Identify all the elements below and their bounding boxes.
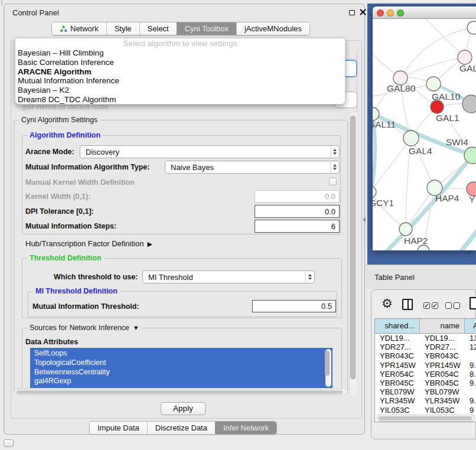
tab-jactivemnodules[interactable]: jActiveMNodules: [236, 22, 309, 35]
table-hscrollbar-thumb[interactable]: [379, 416, 472, 420]
table-cell: YBR043C: [420, 351, 465, 360]
column-header[interactable]: name: [420, 319, 465, 333]
collapsed-arrow-icon: ▶: [147, 238, 152, 250]
network-window-titlebar[interactable]: [373, 6, 476, 19]
attributes-scrollbar-thumb[interactable]: [325, 351, 330, 376]
network-node-gcy1[interactable]: [373, 186, 376, 198]
table-cell: YBL079W: [375, 387, 420, 396]
network-edge[interactable]: [373, 138, 411, 192]
split-pane-collapse-icon[interactable]: [363, 217, 366, 222]
settings-vscrollbar-thumb[interactable]: [350, 116, 356, 379]
new-table-icon[interactable]: [470, 297, 476, 309]
app-root: Control Panel NetworkStyleSelectCyni Too…: [0, 0, 476, 450]
which-threshold-select[interactable]: MI Threshold: [142, 270, 315, 283]
tab-infer-network[interactable]: Infer Network: [215, 422, 276, 434]
attributes-scrollbar[interactable]: [325, 349, 331, 387]
sources-title-text: Sources for Network Inference: [30, 324, 129, 332]
node-label: Y: [469, 194, 475, 204]
table-row[interactable]: YDR27...YDR27...12.: [375, 343, 476, 351]
dropdown-item[interactable]: Dream8 DC_TDC Algorithm: [15, 95, 345, 105]
dropdown-item[interactable]: Bayesian – Hill Climbing: [15, 48, 345, 58]
deselect-all-icon[interactable]: [445, 302, 452, 309]
tab-label: Cyni Toolbox: [185, 22, 229, 35]
table-row[interactable]: YER054CYER054C8.: [375, 370, 476, 379]
hide-panel-icon[interactable]: [4, 439, 14, 447]
tab-select[interactable]: Select: [139, 22, 177, 35]
tab-network[interactable]: Network: [52, 22, 106, 35]
tab-label: Select: [148, 22, 169, 35]
network-canvas[interactable]: GALGAL80GAL10GAL1GAL11SWI4GAL4GCY1HAP4YH…: [373, 19, 476, 250]
table-cell: YPR145W: [375, 361, 420, 370]
gear-icon[interactable]: ⚙: [382, 297, 393, 309]
mi-steps-input[interactable]: 6: [255, 220, 340, 233]
attribute-item-selected[interactable]: gal4RGexp: [30, 377, 332, 386]
select-all-icon[interactable]: ✓: [432, 302, 438, 309]
attribute-item-selected[interactable]: SelfLoops: [30, 349, 332, 358]
expanded-arrow-icon: ▼: [133, 324, 139, 331]
tab-style[interactable]: Style: [106, 22, 139, 35]
network-node-gal4[interactable]: [403, 131, 419, 146]
tab-label: Discretize Data: [155, 422, 207, 434]
network-edge[interactable]: [426, 19, 465, 57]
zoom-traffic-light-icon[interactable]: [397, 9, 404, 17]
apply-button[interactable]: Apply: [161, 402, 206, 415]
aracne-mode-label: Aracne Mode:: [25, 146, 74, 158]
dpi-tolerance-input[interactable]: 0.0: [255, 205, 340, 218]
column-header[interactable]: A: [465, 319, 476, 333]
tab-impute-data[interactable]: Impute Data: [90, 422, 147, 434]
sources-group-title[interactable]: Sources for Network Inference▼: [27, 324, 142, 332]
float-panel-icon[interactable]: [349, 10, 355, 15]
mi-threshold-input[interactable]: 0.5: [252, 300, 336, 312]
close-traffic-light-icon[interactable]: [377, 9, 384, 17]
tab-discretize-data[interactable]: Discretize Data: [147, 422, 215, 434]
settings-hscrollbar[interactable]: [14, 389, 348, 395]
tab-cyni-toolbox[interactable]: Cyni Toolbox: [177, 22, 236, 35]
table-cell: YLR345W: [375, 396, 420, 405]
network-edge[interactable]: [400, 57, 465, 78]
network-node-gal1[interactable]: [431, 100, 444, 113]
dropdown-item[interactable]: Bayesian – K2: [15, 86, 345, 95]
table-row[interactable]: YLR345WYLR345W9.: [375, 396, 476, 405]
select-all-icon[interactable]: ✓: [423, 302, 430, 309]
settings-hscrollbar-thumb[interactable]: [17, 390, 343, 394]
attribute-item-selected[interactable]: TopologicalCoefficient: [30, 358, 332, 368]
control-panel-window: Control Panel NetworkStyleSelectCyni Too…: [4, 4, 365, 435]
hub-section-toggle[interactable]: Hub/Transcription Factor Definition▶: [25, 238, 152, 250]
mi-algorithm-type-select[interactable]: Naive Bayes: [165, 161, 340, 174]
column-layout-icon[interactable]: [402, 299, 413, 310]
manual-kernel-checkbox[interactable]: [329, 178, 337, 185]
network-node[interactable]: [467, 21, 476, 34]
table-row[interactable]: YPR145WYPR145W9.: [375, 361, 476, 370]
network-node-hap2[interactable]: [399, 223, 412, 236]
table-row[interactable]: YBR043CYBR043C: [375, 351, 476, 360]
table-row[interactable]: YDL19...YDL19...13.: [375, 334, 476, 343]
dropdown-item[interactable]: Basic Correlation Inference: [15, 58, 345, 67]
network-node-gal10[interactable]: [426, 77, 441, 91]
network-node-gal[interactable]: [458, 50, 472, 64]
dropdown-item[interactable]: Mutual Information Inference: [15, 76, 345, 86]
data-attributes-list[interactable]: SelfLoopsTopologicalCoefficientBetweenne…: [30, 348, 332, 388]
kernel-width-input[interactable]: 0.0: [255, 190, 340, 203]
deselect-all-icon[interactable]: [454, 302, 460, 309]
network-node[interactable]: [462, 95, 476, 113]
network-edge[interactable]: [439, 211, 476, 250]
attribute-item-selected[interactable]: BetweennessCentrality: [30, 368, 332, 377]
dropdown-item[interactable]: ARACNE Algorithm: [15, 67, 345, 77]
table-cell: YDR27...: [420, 343, 465, 351]
stepper-arrows-icon: [305, 271, 314, 283]
mi-algorithm-type-value: Naive Bayes: [165, 163, 330, 172]
tab-label: Style: [115, 22, 132, 35]
close-panel-icon[interactable]: [360, 9, 366, 15]
control-panel-tabs: NetworkStyleSelectCyni ToolboxjActiveMNo…: [51, 22, 310, 35]
table-hscrollbar[interactable]: [376, 415, 475, 422]
minimize-traffic-light-icon[interactable]: [387, 9, 394, 17]
table-row[interactable]: YIL053CYIL053C9: [375, 406, 476, 415]
tab-label: Impute Data: [97, 422, 139, 434]
stepper-arrows-icon: [330, 161, 339, 173]
column-header[interactable]: shared...: [375, 319, 420, 333]
table-row[interactable]: YBL079WYBL079W: [375, 387, 476, 396]
table-cell: 8.: [465, 370, 476, 379]
aracne-mode-select[interactable]: Discovery: [80, 145, 340, 158]
table-cell: YIL053C: [420, 406, 465, 415]
table-row[interactable]: YBR045CYBR045C9.: [375, 379, 476, 387]
